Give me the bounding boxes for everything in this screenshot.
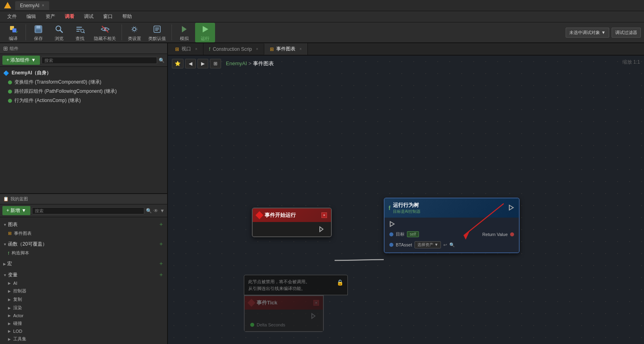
browse-icon bbox=[54, 24, 65, 35]
bp-lod-item[interactable]: ▶ LOD bbox=[0, 328, 167, 335]
browse-button[interactable]: 浏览 bbox=[49, 23, 69, 42]
run-bt-exec-out-pin bbox=[508, 204, 515, 212]
toolbar-sep-1 bbox=[26, 24, 26, 40]
comp-transform-item[interactable]: 变换组件 (TransformComponent0) (继承) bbox=[0, 78, 167, 87]
functions-add-icon[interactable]: ＋ bbox=[158, 240, 164, 248]
svg-rect-19 bbox=[155, 28, 159, 28]
comp-pathfollow-label: 路径跟踪组件 (PathFollowingComponent) (继承) bbox=[14, 88, 117, 95]
bp-eye-icon[interactable]: 👁 bbox=[154, 208, 158, 214]
svg-marker-26 bbox=[390, 222, 394, 226]
run-bt-back-icon[interactable]: ↩ bbox=[443, 242, 447, 248]
components-tree: 🔷 EnemyAI（自身） 变换组件 (TransformComponent0)… bbox=[0, 67, 167, 107]
breadcrumb-grid-button[interactable]: ⊞ bbox=[210, 59, 221, 68]
comp-search-input[interactable] bbox=[42, 57, 157, 64]
class-settings-button[interactable]: 类设置 bbox=[124, 23, 144, 42]
bp-variables-header[interactable]: ▼ 变量 ＋ bbox=[0, 270, 167, 280]
run-bt-target-row: 目标 self Return Value bbox=[389, 230, 514, 238]
event-begin-play-close-pin[interactable]: × bbox=[321, 212, 327, 218]
disabled-notice: 🔒 此节点被禁用，将不会被调用。从引脚连出引线来编译功能。 bbox=[244, 275, 348, 295]
breadcrumb-forward-button[interactable]: ▶ bbox=[197, 59, 208, 68]
bp-event-graph-item[interactable]: ⊞ 事件图表 bbox=[0, 229, 167, 238]
delta-label: Delta Seconds bbox=[257, 322, 285, 327]
comp-actions-item[interactable]: 行为组件 (ActionsComp) (继承) bbox=[0, 96, 167, 105]
menu-file[interactable]: 文件 bbox=[3, 12, 21, 21]
run-bt-select-asset[interactable]: 选择资产 ▼ bbox=[415, 241, 441, 248]
svg-rect-11 bbox=[76, 31, 80, 32]
tab-construction[interactable]: f Construction Scrip × bbox=[203, 44, 264, 54]
bp-functions-header[interactable]: ▼ 函数（20可覆盖） ＋ bbox=[0, 239, 167, 249]
breadcrumb: ⭐ ◀ ▶ ⊞ EnemyAI > 事件图表 bbox=[172, 59, 274, 68]
event-tick-close-pin[interactable]: × bbox=[313, 300, 319, 306]
graph-add-icon[interactable]: ＋ bbox=[158, 221, 164, 228]
event-begin-play-node[interactable]: 事件开始运行 × bbox=[252, 208, 332, 237]
run-bt-title: 运行行为树 bbox=[393, 202, 421, 209]
variables-add-icon[interactable]: ＋ bbox=[158, 271, 164, 278]
run-bt-node[interactable]: f 运行行为树 目标是AI控制器 bbox=[384, 198, 520, 253]
breadcrumb-back-button[interactable]: ◀ bbox=[185, 59, 196, 68]
menu-edit[interactable]: 编辑 bbox=[22, 12, 40, 21]
components-toolbar: + 添加组件 ▼ 🔍 bbox=[0, 54, 167, 67]
ai-chevron: ▶ bbox=[8, 281, 11, 285]
comp-pathfollow-item[interactable]: 路径跟踪组件 (PathFollowingComponent) (继承) bbox=[0, 87, 167, 96]
comp-search-icon[interactable]: 🔍 bbox=[159, 58, 165, 63]
simulate-button[interactable]: 模拟 bbox=[174, 23, 194, 42]
tab-event-graph[interactable]: ⊞ 事件图表 × bbox=[264, 43, 308, 55]
hide-unrelated-button[interactable]: 隐藏不相关 bbox=[91, 23, 119, 42]
bp-tools-item[interactable]: ▶ 工具集 bbox=[0, 335, 167, 343]
tab-close-icon[interactable]: × bbox=[42, 3, 44, 8]
compile-label: 编译 bbox=[9, 36, 18, 42]
bp-search-input[interactable] bbox=[32, 207, 145, 214]
breadcrumb-star-button[interactable]: ⭐ bbox=[172, 59, 183, 68]
menu-window[interactable]: 窗口 bbox=[99, 12, 117, 21]
bp-macros-header[interactable]: ▶ 宏 ＋ bbox=[0, 259, 167, 268]
class-defaults-button[interactable]: 类默认值 bbox=[145, 23, 169, 42]
debug-select-dropdown[interactable]: 未选中调试对象 ▼ bbox=[566, 28, 609, 38]
variables-label: 变量 bbox=[8, 272, 18, 278]
tab-viewport[interactable]: ⊞ 视口 × bbox=[169, 43, 203, 55]
app-tab[interactable]: EnemyAI × bbox=[15, 1, 49, 10]
compile-button[interactable]: ✓ 编译 bbox=[3, 23, 23, 42]
blueprint-header: 📋 我的蓝图 bbox=[0, 194, 167, 204]
new-button[interactable]: + 新增 ▼ bbox=[2, 206, 30, 215]
bp-variables-section: ▼ 变量 ＋ ▶ AI ▶ 控制器 ▶ 复制 bbox=[0, 269, 167, 344]
main-content: ⊞ 组件 + 添加组件 ▼ 🔍 🔷 EnemyAI（自身） 变换组件 (Tran… bbox=[0, 43, 644, 344]
menu-debug[interactable]: 调试 bbox=[80, 12, 98, 21]
add-component-button[interactable]: + 添加组件 ▼ bbox=[2, 56, 40, 65]
bp-actor-item[interactable]: ▶ Actor bbox=[0, 312, 167, 319]
menu-view[interactable]: 调看 bbox=[61, 12, 78, 21]
debug-filter-button[interactable]: 调试过滤器 bbox=[612, 28, 641, 38]
bp-controller-item[interactable]: ▶ 控制器 bbox=[0, 287, 167, 295]
menu-asset[interactable]: 资产 bbox=[42, 12, 59, 21]
save-icon bbox=[33, 24, 44, 35]
tools-label: 工具集 bbox=[13, 336, 26, 342]
svg-marker-25 bbox=[509, 205, 513, 210]
menu-help[interactable]: 帮助 bbox=[118, 12, 136, 21]
bp-render-item[interactable]: ▶ 渲染 bbox=[0, 304, 167, 312]
bp-settings-icon[interactable]: ▼ bbox=[160, 208, 165, 214]
bp-collision-item[interactable]: ▶ 碰撞 bbox=[0, 319, 167, 328]
bp-search-icon[interactable]: 🔍 bbox=[146, 208, 152, 214]
comp-transform-dot bbox=[8, 80, 12, 84]
run-bt-search-icon[interactable]: 🔍 bbox=[449, 242, 455, 248]
bp-graph-header[interactable]: ▼ 图表 ＋ bbox=[0, 220, 167, 229]
comp-root-item[interactable]: 🔷 EnemyAI（自身） bbox=[0, 68, 167, 78]
svg-line-13 bbox=[84, 32, 84, 33]
left-panel: ⊞ 组件 + 添加组件 ▼ 🔍 🔷 EnemyAI（自身） 变换组件 (Tran… bbox=[0, 43, 168, 344]
run-button[interactable]: 运行 bbox=[195, 23, 215, 42]
comp-root-icon: 🔷 bbox=[3, 70, 9, 76]
new-label: + 新增 ▼ bbox=[6, 207, 26, 214]
bp-copy-item[interactable]: ▶ 复制 bbox=[0, 295, 167, 304]
bp-ai-item[interactable]: ▶ AI bbox=[0, 280, 167, 287]
bp-construct-script-item[interactable]: f 构造脚本 bbox=[0, 249, 167, 257]
macros-add-icon[interactable]: ＋ bbox=[158, 260, 164, 267]
tab-viewport-close[interactable]: × bbox=[195, 47, 197, 51]
canvas[interactable]: ⭐ ◀ ▶ ⊞ EnemyAI > 事件图表 缩放 1:1 bbox=[168, 56, 644, 344]
find-button[interactable]: 查找 bbox=[70, 23, 90, 42]
event-tick-node[interactable]: 事件Tick × Delta Seconds bbox=[244, 295, 324, 332]
actor-chevron: ▶ bbox=[8, 314, 11, 318]
tab-construction-close[interactable]: × bbox=[256, 47, 258, 51]
run-bt-btasset-label: BTAsset bbox=[396, 242, 412, 247]
save-button[interactable]: 保存 bbox=[28, 23, 48, 42]
tab-event-graph-close[interactable]: × bbox=[299, 47, 302, 51]
run-bt-return-pin-right: Return Value bbox=[483, 232, 514, 237]
